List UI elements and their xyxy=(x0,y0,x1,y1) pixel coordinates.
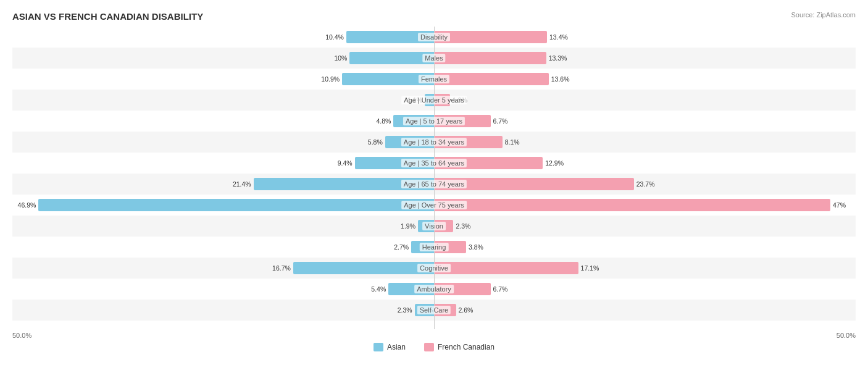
bar-french xyxy=(434,262,578,274)
chart-area: 10.4%13.4%Disability10%13.3%Males10.9%13… xyxy=(12,27,856,329)
legend-french-label: French Canadian xyxy=(438,343,495,351)
row-label: Cognitive xyxy=(417,264,451,272)
legend-french-box xyxy=(424,343,434,351)
axis-left-label: 50.0% xyxy=(12,332,31,339)
axis-right-label: 50.0% xyxy=(837,332,856,339)
row-label: Age | Under 5 years xyxy=(401,96,467,104)
value-asian: 5.8% xyxy=(368,138,383,146)
value-french: 8.1% xyxy=(505,138,520,146)
value-asian: 2.3% xyxy=(398,306,412,314)
chart-container: ASIAN VS FRENCH CANADIAN DISABILITY Sour… xyxy=(0,0,868,378)
value-asian: 21.4% xyxy=(233,180,251,188)
bar-french xyxy=(434,31,547,43)
legend-asian-box xyxy=(373,343,383,351)
row-label: Age | 35 to 64 years xyxy=(401,159,467,167)
row-label: Age | 18 to 34 years xyxy=(401,138,467,146)
bar-french xyxy=(434,52,546,64)
value-french: 13.4% xyxy=(549,33,568,41)
value-asian: 10% xyxy=(334,54,347,62)
row-label: Self-Care xyxy=(417,306,451,314)
value-asian: 16.7% xyxy=(272,264,291,272)
value-french: 47% xyxy=(833,201,846,209)
value-asian: 1.9% xyxy=(401,222,415,230)
row-label: Disability xyxy=(418,33,450,41)
row-label: Age | Over 75 years xyxy=(401,201,467,209)
bar-asian xyxy=(349,52,434,64)
value-asian: 2.7% xyxy=(394,243,409,251)
value-asian: 46.9% xyxy=(18,201,36,209)
legend-asian-label: Asian xyxy=(387,343,406,351)
chart-title: ASIAN VS FRENCH CANADIAN DISABILITY xyxy=(12,11,856,22)
row-label: Age | 5 to 17 years xyxy=(403,117,465,125)
value-french: 17.1% xyxy=(581,264,599,272)
center-axis xyxy=(434,27,435,329)
value-asian: 9.4% xyxy=(338,159,353,167)
value-french: 6.7% xyxy=(493,285,508,293)
value-french: 3.8% xyxy=(469,243,483,251)
row-label: Vision xyxy=(422,222,446,230)
value-french: 23.7% xyxy=(636,180,655,188)
legend-asian: Asian xyxy=(373,343,406,351)
row-label: Males xyxy=(422,54,445,62)
value-french: 13.6% xyxy=(551,75,570,83)
value-french: 2.3% xyxy=(456,222,470,230)
row-label: Hearing xyxy=(420,243,449,251)
legend: Asian French Canadian xyxy=(12,343,856,351)
bar-french xyxy=(434,73,549,85)
row-label: Age | 65 to 74 years xyxy=(401,180,467,188)
value-french: 12.9% xyxy=(545,159,564,167)
axis-labels: 50.0% 50.0% xyxy=(12,332,856,339)
value-french: 13.3% xyxy=(549,54,567,62)
bar-asian xyxy=(293,262,434,274)
value-asian: 4.8% xyxy=(377,117,391,125)
value-asian: 10.4% xyxy=(325,33,344,41)
value-asian: 5.4% xyxy=(371,285,386,293)
legend-french: French Canadian xyxy=(424,343,495,351)
row-label: Ambulatory xyxy=(414,285,454,293)
bar-french xyxy=(434,199,830,211)
row-label: Females xyxy=(419,75,449,83)
value-french: 6.7% xyxy=(493,117,508,125)
value-asian: 10.9% xyxy=(321,75,340,83)
bar-asian xyxy=(38,199,434,211)
value-french: 2.6% xyxy=(459,306,474,314)
source-text: Source: ZipAtlas.com xyxy=(791,11,856,19)
